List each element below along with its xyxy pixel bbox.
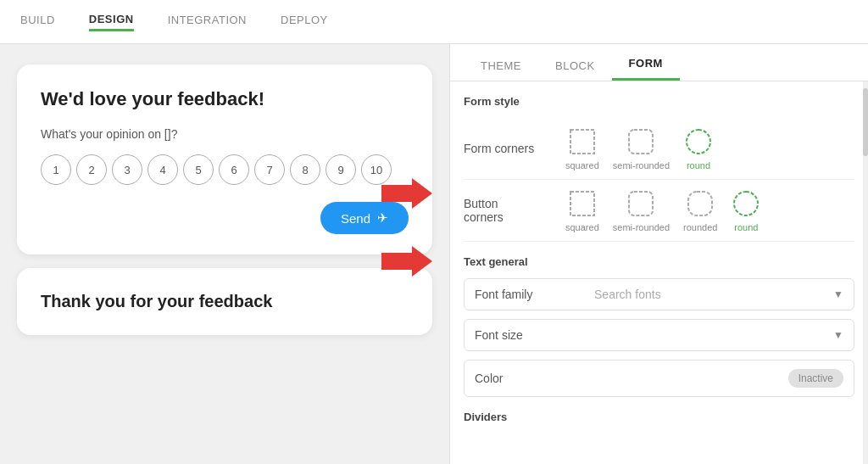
- scrollbar-track[interactable]: [863, 81, 868, 464]
- semi-rounded-icon: [626, 126, 656, 157]
- font-family-label: Font family: [475, 288, 594, 301]
- btn-squared-icon: [567, 188, 598, 219]
- right-panel: THEME BLOCK FORM Form style Form corners…: [449, 44, 868, 464]
- rating-btn-1[interactable]: 1: [41, 154, 71, 185]
- font-size-label: Font size: [475, 328, 594, 342]
- text-general-section: Text general Font family Search fonts ▼ …: [464, 255, 854, 397]
- btn-corner-rounded[interactable]: rounded: [683, 188, 717, 232]
- rating-btn-10[interactable]: 10: [361, 154, 392, 185]
- thankyou-title: Thank you for your feedback: [41, 292, 409, 311]
- form-corner-squared[interactable]: squared: [565, 126, 599, 171]
- preview-panel: We'd love your feedback! What's your opi…: [0, 44, 449, 464]
- form-corner-squared-label: squared: [565, 160, 599, 171]
- svg-rect-4: [687, 130, 710, 154]
- rating-btn-6[interactable]: 6: [219, 154, 249, 185]
- rating-row: 1 2 3 4 5 6 7 8 9 10: [41, 154, 409, 185]
- svg-rect-5: [570, 192, 594, 215]
- btn-rounded-icon: [685, 188, 715, 219]
- top-navigation: BUILD DESIGN INTEGRATION DEPLOY: [0, 0, 868, 44]
- text-general-title: Text general: [464, 255, 854, 268]
- dividers-title: Dividers: [464, 411, 854, 423]
- rating-btn-7[interactable]: 7: [254, 154, 285, 185]
- font-family-value: Search fonts: [594, 288, 833, 301]
- btn-squared-label: squared: [565, 222, 599, 232]
- right-tabs: THEME BLOCK FORM: [450, 44, 868, 81]
- tab-block[interactable]: BLOCK: [538, 51, 612, 81]
- scrollbar-thumb[interactable]: [863, 88, 868, 156]
- round-icon: [683, 126, 714, 157]
- form-style-section-title: Form style: [464, 95, 854, 108]
- rating-btn-5[interactable]: 5: [183, 154, 214, 185]
- send-button[interactable]: Send ✈: [320, 202, 409, 234]
- form-title: We'd love your feedback!: [41, 88, 409, 110]
- form-corner-round-label: round: [687, 160, 710, 171]
- svg-rect-2: [570, 130, 594, 154]
- btn-corner-squared[interactable]: squared: [565, 188, 599, 232]
- color-label: Color: [475, 372, 579, 385]
- btn-round-icon: [731, 188, 761, 219]
- inactive-badge: Inactive: [788, 369, 843, 388]
- btn-round-label: round: [734, 222, 758, 232]
- btn-semi-rounded-icon: [626, 188, 656, 219]
- form-corner-round[interactable]: round: [683, 126, 714, 171]
- nav-build[interactable]: BUILD: [20, 14, 55, 30]
- form-corner-semi-rounded-label: semi-rounded: [613, 160, 670, 171]
- main-layout: We'd love your feedback! What's your opi…: [0, 44, 868, 464]
- rating-btn-8[interactable]: 8: [290, 154, 320, 185]
- send-icon: ✈: [377, 210, 388, 226]
- svg-rect-3: [629, 130, 653, 154]
- btn-corner-semi-rounded[interactable]: semi-rounded: [613, 188, 670, 232]
- color-row[interactable]: Color Inactive: [464, 360, 854, 397]
- rating-btn-2[interactable]: 2: [76, 154, 107, 185]
- nav-design[interactable]: DESIGN: [89, 13, 134, 31]
- send-row: Send ✈: [41, 202, 409, 234]
- btn-semi-rounded-label: semi-rounded: [613, 222, 670, 232]
- svg-rect-8: [734, 192, 758, 215]
- send-label: Send: [341, 211, 370, 226]
- svg-rect-6: [629, 192, 653, 215]
- btn-rounded-label: rounded: [683, 222, 717, 232]
- button-corners-row: Buttoncorners squared semi-rou: [464, 180, 854, 242]
- form-corners-row: Form corners squared semi-roun: [464, 118, 854, 180]
- font-family-row[interactable]: Font family Search fonts ▼: [464, 278, 854, 310]
- tab-theme[interactable]: THEME: [464, 51, 538, 81]
- form-corners-label: Form corners: [464, 142, 565, 155]
- squared-icon: [567, 126, 598, 157]
- rating-btn-4[interactable]: 4: [147, 154, 178, 185]
- feedback-form-card: We'd love your feedback! What's your opi…: [17, 64, 432, 254]
- rating-btn-9[interactable]: 9: [326, 154, 356, 185]
- btn-corner-round[interactable]: round: [731, 188, 761, 232]
- thankyou-card: Thank you for your feedback: [17, 268, 432, 335]
- nav-deploy[interactable]: DEPLOY: [281, 14, 328, 30]
- svg-rect-7: [688, 192, 712, 215]
- dividers-section: Dividers: [464, 411, 854, 423]
- font-size-chevron-icon: ▼: [833, 329, 843, 341]
- rating-btn-3[interactable]: 3: [112, 154, 142, 185]
- form-question: What's your opinion on []?: [41, 127, 409, 141]
- button-corners-options: squared semi-rounded rounded: [565, 188, 854, 232]
- font-size-row[interactable]: Font size ▼: [464, 319, 854, 351]
- nav-integration[interactable]: INTEGRATION: [168, 14, 247, 30]
- button-corners-label: Buttoncorners: [464, 197, 565, 224]
- form-corner-semi-rounded[interactable]: semi-rounded: [613, 126, 670, 171]
- right-content: Form style Form corners squared: [450, 81, 868, 464]
- tab-form[interactable]: FORM: [612, 48, 680, 81]
- font-family-chevron-icon: ▼: [833, 288, 843, 300]
- form-corners-options: squared semi-rounded round: [565, 126, 854, 171]
